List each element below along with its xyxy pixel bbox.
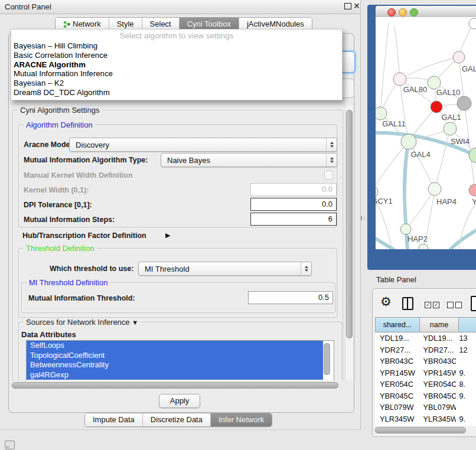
algorithm-option[interactable]: Mutual Information Inference (14, 69, 342, 79)
table-column-header[interactable]: shared... (375, 317, 420, 332)
table-cell[interactable]: 9 (456, 425, 476, 426)
table-cell[interactable]: YDL19... (419, 332, 457, 344)
network-edge[interactable] (395, 26, 400, 79)
table-row[interactable]: YPR145WYPR145W9. (375, 367, 476, 379)
mi-steps-field[interactable]: 6 (250, 213, 337, 226)
network-node[interactable] (428, 76, 441, 89)
table-row[interactable]: YIL052CYIL052C9 (375, 425, 476, 426)
table-cell[interactable]: YPR145W (419, 367, 457, 379)
table-cell[interactable]: 8. (456, 379, 476, 390)
network-node[interactable] (469, 18, 476, 29)
table-cell[interactable]: YER054C (419, 379, 457, 390)
table-row[interactable]: YDR27...YDR27...12 (375, 344, 476, 356)
which-threshold-combo[interactable]: MI Threshold (138, 262, 312, 276)
network-node[interactable] (419, 244, 428, 249)
table-cell[interactable]: YBR043C (419, 356, 457, 367)
panel-resize-handle[interactable] (361, 216, 365, 220)
network-edge[interactable] (408, 189, 435, 226)
apply-button[interactable]: Apply (159, 394, 200, 408)
network-node[interactable] (431, 101, 442, 113)
table-column-header[interactable] (459, 317, 476, 332)
kernel-width-field[interactable]: 0.0 (250, 183, 337, 196)
close-icon[interactable]: ✕ (353, 1, 360, 11)
algorithm-option[interactable]: Dream8 DC_TDC Algorithm (14, 88, 342, 97)
network-edge[interactable] (450, 230, 476, 249)
network-canvas[interactable]: GALGAL80GAL10GAL1GAL11SWI4GAL4GCY1HAP4YH… (376, 17, 476, 249)
table-column-header[interactable]: name (420, 317, 459, 332)
algorithm-option[interactable]: ARACNE Algorithm (14, 60, 342, 70)
settings-vscroll-thumb[interactable] (346, 110, 353, 338)
close-traffic-light-icon[interactable] (387, 8, 396, 17)
network-node[interactable] (457, 96, 471, 110)
table-cell[interactable]: YPR145W (375, 367, 419, 379)
table-cell[interactable]: YIL052C (419, 425, 457, 426)
table-row[interactable]: YBR045CYBR045C9. (375, 390, 476, 402)
network-node[interactable] (444, 122, 457, 135)
zoom-traffic-light-icon[interactable] (410, 8, 418, 17)
table-cell[interactable] (456, 356, 476, 367)
table-hscroll-track[interactable] (375, 427, 476, 432)
data-attribute-item[interactable]: TopologicalCoefficient (27, 351, 323, 361)
network-edge[interactable] (380, 23, 389, 113)
network-graph[interactable]: GALGAL80GAL10GAL1GAL11SWI4GAL4GCY1HAP4YH… (376, 17, 476, 249)
table-cell[interactable]: YDL19... (375, 332, 419, 344)
network-node[interactable] (401, 134, 416, 149)
bottom-tab-discretize-data[interactable]: Discretize Data (143, 413, 211, 426)
float-panel-icon[interactable] (344, 3, 351, 9)
table-cell[interactable]: YDR27... (419, 344, 457, 356)
table-row[interactable]: YER054CYER054C8. (375, 379, 476, 390)
table-cell[interactable]: YER054C (375, 379, 419, 390)
network-node[interactable] (428, 182, 441, 195)
bottom-tab-impute-data[interactable]: Impute Data (85, 413, 143, 426)
table-cell[interactable]: YBR043C (375, 356, 419, 367)
settings-hscroll-thumb[interactable] (12, 382, 338, 389)
table-cell[interactable]: 9. (456, 390, 476, 402)
data-attribute-item[interactable]: BetweennessCentrality (27, 360, 323, 370)
dpi-tolerance-field[interactable]: 0.0 (250, 198, 337, 211)
table-row[interactable]: YDL19...YDL19...13 (375, 332, 476, 344)
attributes-scrollbar-thumb[interactable] (324, 343, 330, 375)
network-node[interactable] (469, 184, 476, 196)
algorithm-option[interactable]: Bayesian – K2 (14, 79, 342, 88)
sources-expander-icon[interactable]: ▼ (132, 319, 138, 326)
table-cell[interactable]: 9. (456, 413, 476, 425)
table-cell[interactable]: YLR345W (419, 413, 457, 425)
table-cell[interactable]: 13 (456, 332, 476, 344)
network-node[interactable] (453, 51, 465, 63)
network-node[interactable] (400, 224, 411, 234)
add-column-icon[interactable] (471, 296, 476, 311)
table-cell[interactable] (456, 402, 476, 413)
table-cell[interactable]: YBR045C (419, 390, 457, 402)
table-cell[interactable]: YBL079W (375, 402, 419, 413)
algorithm-option[interactable]: Bayesian – Hill Climbing (14, 41, 342, 51)
mi-threshold-field[interactable]: 0.5 (248, 291, 333, 304)
algorithm-option[interactable]: Basic Correlation Inference (14, 51, 342, 60)
bottom-tab-infer-network[interactable]: Infer Network (211, 413, 272, 426)
table-cell[interactable]: YBR045C (375, 390, 419, 402)
network-view-titlebar[interactable] (376, 6, 476, 18)
table-cell[interactable]: YLR345W (375, 413, 419, 425)
table-hscroll-thumb[interactable] (375, 427, 466, 433)
table-cell[interactable]: YIL052C (375, 425, 419, 426)
minimize-traffic-light-icon[interactable] (399, 8, 407, 17)
mi-type-combo[interactable]: Naive Bayes (161, 153, 337, 167)
aracne-mode-combo[interactable]: Discovery (69, 138, 337, 152)
table-cell[interactable]: 9. (456, 367, 476, 379)
manual-kernel-checkbox[interactable] (324, 171, 333, 180)
deselect-all-columns-icon[interactable] (447, 302, 462, 308)
hub-expander-icon[interactable]: ▶ (165, 231, 170, 239)
settings-hscroll-track[interactable] (11, 381, 345, 389)
network-node[interactable] (393, 73, 406, 86)
select-all-columns-icon[interactable]: ✓ ✓ (425, 302, 439, 308)
table-cell[interactable]: YDR27... (375, 344, 419, 356)
data-attribute-item[interactable]: gal4RGexp (27, 370, 323, 380)
settings-gear-icon[interactable]: ⚙ (380, 295, 392, 309)
table-cell[interactable]: YBL079W (419, 402, 457, 413)
data-attribute-item[interactable]: SelfLoops (27, 341, 323, 351)
table-row[interactable]: YLR345WYLR345W9. (375, 413, 476, 425)
network-node[interactable] (376, 107, 387, 120)
panel-dock-icon[interactable] (5, 441, 15, 449)
table-row[interactable]: YBL079WYBL079W (375, 402, 476, 413)
table-row[interactable]: YBR043CYBR043C (375, 356, 476, 367)
settings-vscroll-track[interactable] (345, 105, 353, 380)
